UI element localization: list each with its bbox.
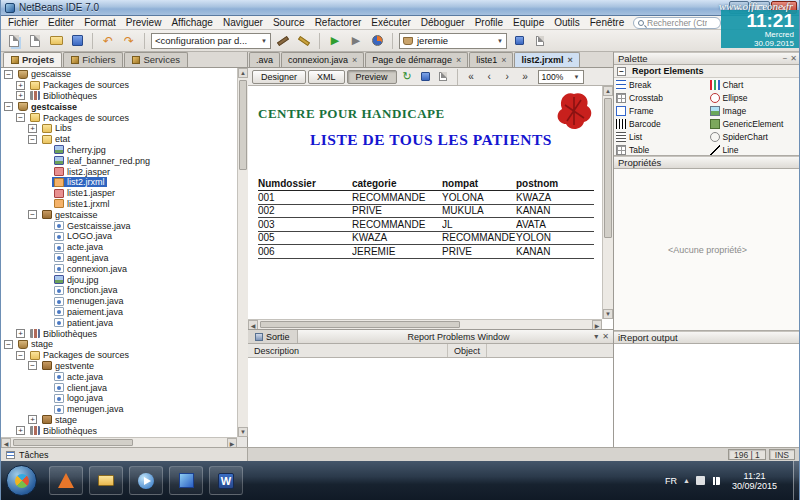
tree-item[interactable]: menugen.java (1, 296, 237, 307)
collapse-node-icon[interactable]: − (28, 210, 37, 219)
tree-item[interactable]: patient.java (1, 317, 237, 328)
palette-item-spiderchart[interactable]: SpiderChart (708, 130, 800, 143)
first-page-button[interactable]: « (464, 69, 479, 84)
profile-button[interactable] (368, 32, 386, 50)
scroll-left-icon[interactable]: ◀ (248, 320, 258, 329)
close-window-icon[interactable]: ✕ (602, 332, 609, 341)
taskbar-icon-cube[interactable] (169, 466, 203, 495)
save-report-button[interactable] (418, 69, 433, 84)
tree-item[interactable]: +stage (1, 415, 237, 426)
collapse-node-icon[interactable]: − (16, 113, 25, 122)
tree-vertical-scrollbar[interactable]: ▲ ▼ (237, 68, 248, 437)
taskbar-icon-vlc[interactable] (49, 466, 83, 495)
palette-item-list[interactable]: List (614, 130, 708, 143)
tree-item[interactable]: −etat (1, 134, 237, 145)
show-desktop-button[interactable] (793, 461, 800, 500)
close-palette-icon[interactable]: ✕ (790, 54, 797, 63)
tree-item[interactable]: −gestvente (1, 361, 237, 372)
scroll-up-icon[interactable]: ▲ (603, 86, 613, 96)
tree-item[interactable]: liste1.jrxml (1, 199, 237, 210)
editor-tab--ava[interactable]: .ava (249, 52, 280, 67)
tree-item[interactable]: liste1.jasper (1, 188, 237, 199)
view-button-xml[interactable]: XML (308, 70, 345, 84)
configuration-select[interactable]: <configuration par d... ▼ (151, 33, 271, 49)
menu-refactorer[interactable]: Refactorer (310, 16, 367, 29)
palette-item-line[interactable]: Line (708, 143, 800, 156)
collapse-node-icon[interactable]: − (28, 135, 37, 144)
scroll-down-icon[interactable]: ▼ (238, 427, 248, 437)
tree-item[interactable]: Gestcaisse.java (1, 220, 237, 231)
tab-services[interactable]: Services (124, 52, 187, 67)
tree-item[interactable]: LOGO.java (1, 231, 237, 242)
open-project-button[interactable] (47, 32, 65, 50)
expand-node-icon[interactable]: + (16, 81, 25, 90)
print-button[interactable] (436, 69, 451, 84)
preview-vertical-scrollbar[interactable]: ▲ ▼ (602, 86, 613, 319)
tree-item[interactable]: +Packages de sources (1, 80, 237, 91)
palette-item-frame[interactable]: Frame (614, 104, 708, 117)
palette-item-barcode[interactable]: Barcode (614, 117, 708, 130)
collapse-node-icon[interactable]: − (4, 70, 13, 79)
tree-item[interactable]: client.java (1, 382, 237, 393)
palette-item-crosstab[interactable]: Crosstab (614, 91, 708, 104)
tab-fichiers[interactable]: Fichiers (63, 52, 123, 67)
close-tab-icon[interactable]: × (567, 56, 572, 65)
menu-preview[interactable]: Preview (121, 16, 167, 29)
palette-item-genericelement[interactable]: GenericElement (708, 117, 800, 130)
tree-item[interactable]: −Packages de sources (1, 112, 237, 123)
network-icon[interactable] (711, 477, 720, 485)
palette-item-ellipse[interactable]: Ellipse (708, 91, 800, 104)
tree-item[interactable]: agent.java (1, 253, 237, 264)
taskbar-icon-word[interactable]: W (209, 466, 243, 495)
tree-item[interactable]: list2.jrxml (1, 177, 237, 188)
collapse-node-icon[interactable]: − (4, 102, 13, 111)
editor-tab-list2-jrxml[interactable]: list2.jrxml× (514, 52, 579, 67)
palette-item-chart[interactable]: Chart (708, 78, 800, 91)
undo-button[interactable]: ↶ (99, 32, 117, 50)
tree-item[interactable]: −gestcaisse (1, 101, 237, 112)
expand-node-icon[interactable]: + (28, 124, 37, 133)
build-button[interactable] (274, 32, 292, 50)
scroll-down-icon[interactable]: ▼ (603, 309, 613, 319)
language-indicator[interactable]: FR (665, 476, 677, 486)
next-page-button[interactable]: › (500, 69, 515, 84)
clean-build-button[interactable] (295, 32, 313, 50)
view-button-designer[interactable]: Designer (252, 70, 306, 84)
toolbar-extra-button-1[interactable] (510, 32, 528, 50)
tree-horizontal-scrollbar[interactable]: ◀ ▶ (1, 437, 237, 447)
tree-item[interactable]: acte.java (1, 371, 237, 382)
report-elements-section[interactable]: − Report Elements (614, 65, 800, 78)
minimize-window-icon[interactable]: ▾ (594, 332, 598, 341)
collapse-section-icon[interactable]: − (617, 67, 626, 76)
tree-item[interactable]: connexion.java (1, 263, 237, 274)
palette-item-image[interactable]: Image (708, 104, 800, 117)
collapse-node-icon[interactable]: − (16, 351, 25, 360)
new-file-button[interactable] (5, 32, 23, 50)
palette-item-table[interactable]: Table (614, 143, 708, 156)
tray-app-icon[interactable] (696, 476, 705, 485)
debug-button[interactable]: ▶ (347, 32, 365, 50)
tree-item[interactable]: djou.jpg (1, 274, 237, 285)
tree-item[interactable]: acte.java (1, 242, 237, 253)
menu-outils[interactable]: Outils (549, 16, 585, 29)
tray-expand-icon[interactable]: ▲ (683, 477, 690, 484)
run-target-combo[interactable]: jeremie ▼ (399, 33, 507, 49)
editor-tab-connexion-java[interactable]: connexion.java× (281, 52, 364, 67)
tab-projets[interactable]: Projets (3, 52, 62, 67)
editor-tab-liste1[interactable]: liste1× (469, 52, 513, 67)
tree-item[interactable]: −gestcaisse (1, 209, 237, 220)
close-tab-icon[interactable]: × (352, 56, 357, 65)
tree-item[interactable]: −Packages de sources (1, 350, 237, 361)
tree-item[interactable]: −gescaisse (1, 69, 237, 80)
reload-report-button[interactable]: ↻ (400, 69, 415, 84)
save-all-button[interactable] (68, 32, 86, 50)
editor-tab-page-de-demarrage[interactable]: Page de démarrage× (365, 52, 468, 67)
new-project-button[interactable] (26, 32, 44, 50)
tree-item[interactable]: leaf_banner_red.png (1, 155, 237, 166)
scroll-up-icon[interactable]: ▲ (238, 68, 248, 78)
previous-page-button[interactable]: ‹ (482, 69, 497, 84)
tree-item[interactable]: menugen.java (1, 404, 237, 415)
minimize-palette-icon[interactable]: − (783, 54, 788, 63)
preview-horizontal-scrollbar[interactable]: ◀ ▶ (248, 319, 602, 329)
taskbar-icon-explorer[interactable] (89, 466, 123, 495)
